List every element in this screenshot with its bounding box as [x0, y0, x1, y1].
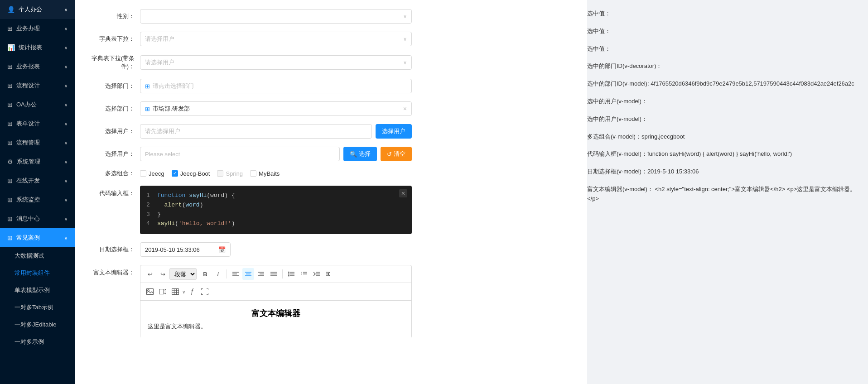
- list-ordered-button[interactable]: 1.2.: [298, 268, 310, 280]
- checkbox-jeecgboot-label: Jeecg-Boot: [180, 170, 210, 177]
- checkbox-jeecg[interactable]: Jeecg: [140, 170, 164, 177]
- gender-field: ∨: [140, 9, 412, 24]
- chevron-down-icon: ∨: [64, 140, 68, 145]
- fullscreen-button[interactable]: [199, 286, 211, 298]
- dept-select2-input[interactable]: ⊞ 市场部,研发部 ×: [140, 101, 412, 116]
- date-result: 日期选择框(v-model)：2019-5-10 15:33:06: [587, 167, 859, 177]
- chevron-down-icon: ∨: [403, 60, 407, 66]
- gender-row: 性别： ∨: [86, 9, 576, 24]
- redo-button[interactable]: ↪: [157, 268, 169, 280]
- checkbox-jeecg-box[interactable]: [140, 170, 146, 177]
- sidebar-item-label: 常见案例: [16, 234, 40, 242]
- dict-dropdown-label: 字典表下拉：: [86, 35, 140, 43]
- code-editor-field: ✕ 1 function sayHi(word) { 2 alert(word)…: [140, 186, 412, 234]
- indent-right-button[interactable]: [323, 268, 335, 280]
- dept-select1-result-label: 选中的部门ID(v-decorator)：: [587, 62, 662, 69]
- table-dropdown-arrow[interactable]: ∨: [182, 289, 185, 294]
- oa-icon: ⊞: [7, 101, 13, 108]
- online-dev-icon: ⊞: [7, 177, 13, 184]
- sidebar-item-form-design[interactable]: ⊞ 表单设计 ∨: [0, 114, 75, 133]
- align-justify-button[interactable]: [268, 268, 280, 280]
- dict-dropdown-select[interactable]: 请选择用户 ∨: [140, 32, 412, 46]
- undo-button[interactable]: ↩: [144, 268, 156, 280]
- checkbox-spring[interactable]: Spring: [217, 170, 243, 177]
- sidebar-item-process-mgmt[interactable]: ⊞ 流程管理 ∨: [0, 133, 75, 152]
- sidebar-item-label: 系统管理: [17, 158, 40, 166]
- checkbox-mybaits[interactable]: MyBaits: [250, 170, 280, 177]
- user-select1-button[interactable]: 选择用户: [376, 124, 412, 139]
- dict-dropdown-cond-row: 字典表下拉(带条件)： 请选择用户 ∨: [86, 54, 576, 71]
- align-left-button[interactable]: [230, 268, 241, 280]
- list-bullet-button[interactable]: [285, 268, 297, 280]
- checkbox-jeecgboot-box[interactable]: [172, 170, 178, 177]
- dept-select2-result: 选中的部门ID(v-model): 4f1765520d6346f9bd9c79…: [587, 79, 859, 89]
- sidebar-item-personal[interactable]: 👤 个人办公 ∨: [0, 0, 75, 19]
- rich-content-title: 富文本编辑器: [148, 308, 404, 319]
- dept-select1-input[interactable]: ⊞ 请点击选择部门: [140, 79, 412, 93]
- bold-button[interactable]: B: [199, 268, 211, 280]
- code-line-3: 3 }: [146, 210, 405, 220]
- user-select2-clear-button[interactable]: ↺ 清空: [381, 147, 412, 161]
- checkbox-row: 多选组合： Jeecg Jeecg-Boot Spring MyBaits: [86, 169, 576, 178]
- dict-dropdown-cond-result-label: 选中值：: [587, 45, 611, 52]
- rich-content-area[interactable]: 富文本编辑器 这里是富文本编辑器。: [140, 301, 411, 338]
- video-button[interactable]: [157, 286, 169, 298]
- sidebar-sub-label: 一对多示例: [14, 338, 44, 346]
- italic-button[interactable]: I: [212, 268, 224, 280]
- chevron-down-icon: ∨: [403, 36, 407, 42]
- code-result: 代码输入框(v-model)：function sayHi(word) { al…: [587, 149, 859, 159]
- date-picker-input[interactable]: 2019-05-10 15:33:06 📅: [140, 242, 231, 257]
- sidebar-item-oa[interactable]: ⊞ OA办公 ∨: [0, 95, 75, 114]
- sidebar-item-stats[interactable]: 📊 统计报表 ∨: [0, 38, 75, 57]
- user-select1-row: 选择用户： 请先选择用户 选择用户: [86, 124, 576, 139]
- dept-clear-button[interactable]: ×: [403, 105, 407, 112]
- gender-select[interactable]: ∨: [140, 9, 412, 24]
- main-content: 性别： ∨ 字典表下拉： 请选择用户 ∨ 字典表下拉(带条件)： 请选择用户 ∨: [75, 0, 587, 384]
- dept-select2-field: ⊞ 市场部,研发部 ×: [140, 101, 412, 116]
- search-icon: 🔍: [350, 151, 357, 158]
- rich-content-body: 这里是富文本编辑器。: [148, 322, 404, 331]
- paragraph-select[interactable]: 段落: [169, 268, 197, 280]
- dict-dropdown-cond-select[interactable]: 请选择用户 ∨: [140, 55, 412, 70]
- code-editor[interactable]: ✕ 1 function sayHi(word) { 2 alert(word)…: [140, 186, 412, 234]
- sidebar: 👤 个人办公 ∨ ⊞ 业务办理 ∨ 📊 统计报表 ∨ ⊞ 业务报表 ∨ ⊞ 流程…: [0, 0, 75, 384]
- biz-report-icon: ⊞: [7, 63, 13, 70]
- toolbar-separator: [227, 269, 227, 278]
- code-editor-close-button[interactable]: ✕: [399, 189, 407, 197]
- align-center-button[interactable]: [242, 268, 254, 280]
- sidebar-sub-item-common-components[interactable]: 常用封装组件: [0, 264, 75, 282]
- user-select2-input[interactable]: Please select: [140, 147, 340, 161]
- business-icon: ⊞: [7, 25, 13, 32]
- sidebar-item-biz-report[interactable]: ⊞ 业务报表 ∨: [0, 57, 75, 76]
- sidebar-item-business[interactable]: ⊞ 业务办理 ∨: [0, 19, 75, 38]
- sidebar-item-sys-mgmt[interactable]: ⚙ 系统管理 ∨: [0, 152, 75, 171]
- svg-text:2.: 2.: [301, 273, 302, 275]
- date-picker-row: 日期选择框： 2019-05-10 15:33:06 📅: [86, 242, 576, 257]
- sidebar-item-cases[interactable]: ⊞ 常见案例 ∧: [0, 228, 75, 247]
- align-right-button[interactable]: [255, 268, 267, 280]
- formula-button[interactable]: f: [186, 286, 198, 298]
- sidebar-sub-item-one-to-many-tab[interactable]: 一对多Tab示例: [0, 299, 75, 316]
- sidebar-sub-item-one-to-many-jeditable[interactable]: 一对多JEditable: [0, 316, 75, 333]
- code-editor-row: 代码输入框： ✕ 1 function sayHi(word) { 2 aler…: [86, 186, 576, 234]
- indent-left-button[interactable]: [311, 268, 323, 280]
- sidebar-sub-item-form-model[interactable]: 单表模型示例: [0, 282, 75, 299]
- sidebar-item-process-design[interactable]: ⊞ 流程设计 ∨: [0, 76, 75, 95]
- user-select1-input[interactable]: 请先选择用户: [140, 124, 372, 139]
- sidebar-item-sys-monitor[interactable]: ⊞ 系统监控 ∨: [0, 190, 75, 209]
- image-button[interactable]: [144, 286, 156, 298]
- sidebar-sub-item-big-data[interactable]: 大数据测试: [0, 247, 75, 264]
- code-line-4: 4 sayHi('hello, world!'): [146, 219, 405, 229]
- user-select2-select-button[interactable]: 🔍 选择: [343, 147, 377, 161]
- checkbox-mybaits-box[interactable]: [250, 170, 256, 177]
- sidebar-sub-item-one-to-many[interactable]: 一对多示例: [0, 333, 75, 350]
- chevron-up-icon: ∧: [64, 235, 68, 240]
- table-button[interactable]: [169, 286, 181, 298]
- checkbox-result: 多选组合(v-model)：spring,jeecgboot: [587, 132, 859, 142]
- sidebar-item-online-dev[interactable]: ⊞ 在线开发 ∨: [0, 171, 75, 190]
- calendar-icon: 📅: [218, 246, 226, 253]
- gender-result: 选中值：: [587, 9, 859, 19]
- checkbox-jeecgboot[interactable]: Jeecg-Boot: [172, 170, 210, 177]
- sidebar-item-msg-center[interactable]: ⊞ 消息中心 ∨: [0, 209, 75, 228]
- code-line-1: 1 function sayHi(word) {: [146, 191, 405, 201]
